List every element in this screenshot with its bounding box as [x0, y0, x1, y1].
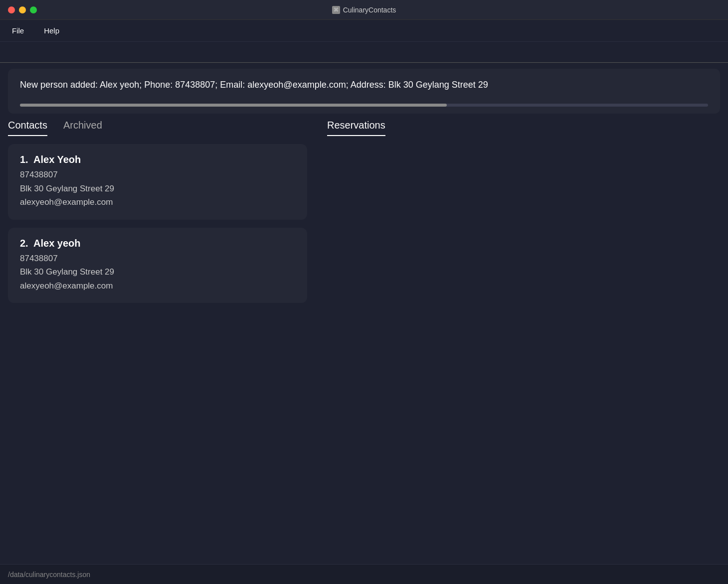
contact-1-name: 1. Alex Yeoh	[20, 154, 295, 165]
menu-help[interactable]: Help	[40, 24, 63, 37]
progress-bar-fill	[20, 104, 447, 107]
contacts-tabs: Contacts Archived	[8, 120, 307, 136]
window-title: ⌘ CulinaryContacts	[332, 6, 396, 14]
window-controls	[8, 6, 37, 13]
app-icon: ⌘	[332, 6, 340, 14]
contact-1-phone: 87438807	[20, 168, 295, 181]
contact-2-phone: 87438807	[20, 252, 295, 265]
tab-archived[interactable]: Archived	[63, 120, 102, 136]
left-panel: Contacts Archived 1. Alex Yeoh 87438807 …	[8, 120, 307, 311]
minimize-button[interactable]	[19, 6, 26, 13]
status-path: /data/culinarycontacts.json	[8, 571, 90, 579]
contact-2-name: 2. Alex yeoh	[20, 238, 295, 249]
close-button[interactable]	[8, 6, 15, 13]
contact-card-2[interactable]: 2. Alex yeoh 87438807 Blk 30 Geylang Str…	[8, 228, 307, 303]
progress-bar-container	[20, 104, 708, 107]
menu-file[interactable]: File	[8, 24, 28, 37]
notification-banner: New person added: Alex yeoh; Phone: 8743…	[8, 69, 720, 114]
status-bar: /data/culinarycontacts.json	[0, 564, 728, 584]
notification-text: New person added: Alex yeoh; Phone: 8743…	[20, 79, 708, 91]
title-bar: ⌘ CulinaryContacts	[0, 0, 728, 20]
menu-bar: File Help	[0, 20, 728, 42]
contact-2-email: alexyeoh@example.com	[20, 280, 295, 292]
maximize-button[interactable]	[30, 6, 37, 13]
search-input[interactable]	[8, 46, 720, 62]
contact-1-address: Blk 30 Geylang Street 29	[20, 182, 295, 195]
main-content: Contacts Archived 1. Alex Yeoh 87438807 …	[0, 120, 728, 311]
right-panel: Reservations	[307, 120, 720, 311]
search-bar	[0, 42, 728, 63]
tab-reservations[interactable]: Reservations	[327, 120, 385, 136]
contact-2-address: Blk 30 Geylang Street 29	[20, 266, 295, 279]
contact-card-1[interactable]: 1. Alex Yeoh 87438807 Blk 30 Geylang Str…	[8, 144, 307, 220]
tab-contacts[interactable]: Contacts	[8, 120, 47, 136]
contact-1-email: alexyeoh@example.com	[20, 196, 295, 209]
app-title: CulinaryContacts	[343, 6, 396, 14]
